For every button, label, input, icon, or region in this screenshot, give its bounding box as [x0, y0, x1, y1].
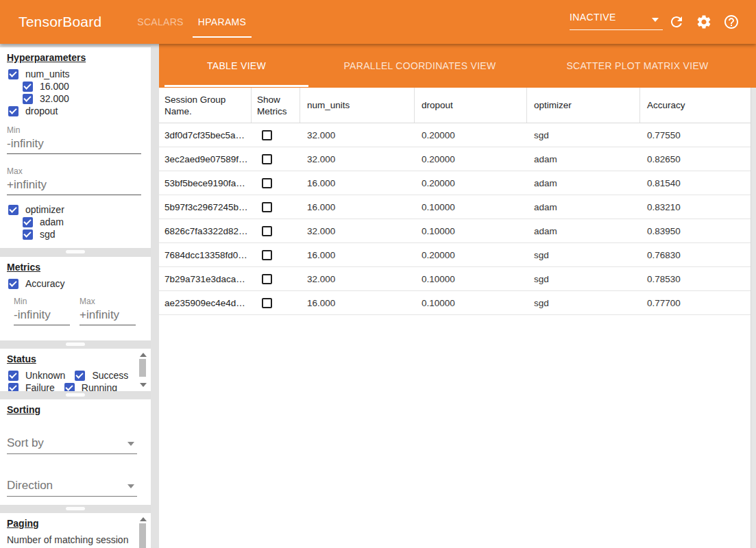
help-button[interactable] — [723, 14, 740, 30]
num-units-cell: 16.000 — [300, 171, 415, 195]
settings-button[interactable] — [696, 14, 712, 30]
accuracy-max-input[interactable]: +infinity — [80, 306, 136, 325]
table-row: 3ec2aed9e07589f… 32.000 0.20000 adam 0.8… — [159, 147, 751, 171]
optimizer-cell: adam — [527, 195, 640, 219]
show-metrics-checkbox[interactable] — [262, 202, 272, 212]
num-units-cell: 16.000 — [300, 243, 415, 266]
status-running-label: Running — [82, 382, 117, 391]
session-group-name: 5b97f3c2967245b… — [159, 195, 252, 219]
optimizer-adam-checkbox[interactable] — [23, 217, 33, 227]
status-success: Success — [75, 370, 138, 381]
scrollbar-thumb[interactable] — [139, 523, 146, 548]
accuracy-range-fields: Min -infinity Max +infinity — [14, 297, 151, 325]
sorting-section: Sorting Sort by Direction — [0, 399, 151, 505]
refresh-button[interactable] — [668, 14, 685, 30]
tab-scalars[interactable]: SCALARS — [130, 0, 191, 44]
section-resize-handle[interactable] — [66, 393, 85, 397]
tab-scatter-plot-matrix-view[interactable]: SCATTER PLOT MATRIX VIEW — [531, 44, 744, 88]
accuracy-cell: 0.78530 — [640, 267, 751, 290]
scrollbar-thumb[interactable] — [139, 359, 146, 377]
max-label: Max — [7, 166, 141, 176]
main-content: TABLE VIEW PARALLEL COORDINATES VIEW SCA… — [159, 44, 756, 548]
table-header: Session Group Name. Show Metrics num_uni… — [159, 88, 751, 123]
metrics-section: Metrics Accuracy Min -infinity Max +infi… — [0, 257, 151, 340]
direction-select[interactable]: Direction — [7, 477, 137, 497]
dropout-max-field: Max +infinity — [7, 166, 141, 195]
accuracy-min-field: Min -infinity — [14, 297, 70, 325]
accuracy-checkbox[interactable] — [8, 279, 19, 289]
dropout-cell: 0.20000 — [415, 123, 527, 147]
section-resize-handle[interactable] — [66, 250, 85, 253]
paging-scrollbar[interactable] — [139, 517, 147, 548]
optimizer-cell: sgd — [527, 243, 640, 266]
num-units-16-label: 16.000 — [40, 81, 69, 92]
col-optimizer[interactable]: optimizer — [527, 88, 640, 123]
optimizer-sgd-checkbox[interactable] — [23, 229, 33, 240]
col-num-units[interactable]: num_units — [300, 88, 415, 123]
hyperparameters-section: Hyperparameters num_units 16.000 32.000 … — [0, 47, 151, 248]
scroll-up-icon[interactable] — [140, 517, 147, 521]
app-bar: TensorBoard SCALARS HPARAMS INACTIVE — [0, 0, 756, 44]
optimizer-value-row: sgd — [0, 228, 151, 240]
num-units-32-checkbox[interactable] — [23, 94, 33, 104]
status-running: Running — [64, 382, 127, 391]
accuracy-min-input[interactable]: -infinity — [14, 306, 70, 325]
status-scrollbar[interactable] — [139, 353, 147, 387]
status-failure-checkbox[interactable] — [8, 383, 19, 392]
show-metrics-cell — [252, 243, 300, 266]
num-units-checkbox[interactable] — [8, 69, 19, 79]
dropout-checkbox[interactable] — [8, 106, 19, 116]
table-row: 3df0d7cf35bec5a… 32.000 0.20000 sgd 0.77… — [159, 123, 751, 147]
chevron-down-icon — [652, 18, 659, 22]
sort-by-select[interactable]: Sort by — [7, 435, 137, 454]
main-scrollbar-track[interactable] — [751, 88, 756, 548]
show-metrics-checkbox[interactable] — [262, 130, 272, 140]
status-failure: Failure — [8, 382, 64, 391]
metric-accuracy-row: Accuracy — [0, 277, 151, 290]
session-group-name: 3ec2aed9e07589f… — [159, 147, 252, 171]
dropout-max-input[interactable]: +infinity — [7, 176, 141, 195]
scroll-up-icon[interactable] — [140, 353, 147, 357]
show-metrics-checkbox[interactable] — [262, 274, 272, 284]
col-accuracy[interactable]: Accuracy — [640, 88, 751, 123]
tab-parallel-coordinates-view[interactable]: PARALLEL COORDINATES VIEW — [308, 44, 531, 88]
optimizer-cell: adam — [527, 219, 640, 242]
num-units-32-label: 32.000 — [40, 93, 69, 104]
optimizer-checkbox[interactable] — [8, 205, 19, 215]
dropout-min-input[interactable]: -infinity — [7, 135, 141, 154]
dropout-cell: 0.20000 — [415, 147, 527, 171]
section-resize-handle[interactable] — [66, 342, 85, 346]
col-dropout[interactable]: dropout — [415, 88, 527, 123]
accuracy-cell: 0.83210 — [640, 195, 751, 219]
show-metrics-checkbox[interactable] — [262, 154, 272, 164]
status-running-checkbox[interactable] — [64, 383, 75, 392]
status-unknown-checkbox[interactable] — [8, 371, 19, 381]
show-metrics-cell — [252, 171, 300, 195]
num-units-16-checkbox[interactable] — [23, 82, 33, 92]
status-success-checkbox[interactable] — [75, 371, 85, 381]
col-show-metrics[interactable]: Show Metrics — [252, 88, 300, 123]
hparam-optimizer-row: optimizer — [0, 203, 151, 216]
session-group-name: 3df0d7cf35bec5a… — [159, 123, 252, 147]
optimizer-cell: adam — [527, 147, 640, 171]
show-metrics-checkbox[interactable] — [262, 298, 272, 308]
sorting-heading: Sorting — [7, 404, 151, 415]
show-metrics-checkbox[interactable] — [262, 226, 272, 236]
tab-hparams[interactable]: HPARAMS — [191, 0, 253, 44]
scroll-down-icon[interactable] — [140, 383, 147, 387]
table-row: 53bf5bece9190fa… 16.000 0.20000 adam 0.8… — [159, 171, 751, 195]
section-resize-handle[interactable] — [66, 507, 85, 510]
show-metrics-cell — [252, 267, 300, 290]
run-status-dropdown[interactable]: INACTIVE — [570, 10, 663, 30]
optimizer-cell: sgd — [527, 291, 640, 314]
accuracy-label: Accuracy — [25, 278, 65, 289]
max-label: Max — [80, 297, 136, 306]
accuracy-cell: 0.81540 — [640, 171, 751, 195]
show-metrics-checkbox[interactable] — [262, 250, 272, 260]
table-row: 7684dcc13358fd0… 16.000 0.20000 sgd 0.76… — [159, 243, 751, 267]
dropout-cell: 0.10000 — [415, 291, 527, 314]
col-session-group-name[interactable]: Session Group Name. — [159, 88, 252, 123]
show-metrics-checkbox[interactable] — [262, 178, 272, 188]
tab-table-view[interactable]: TABLE VIEW — [164, 44, 308, 88]
status-heading: Status — [7, 353, 151, 364]
